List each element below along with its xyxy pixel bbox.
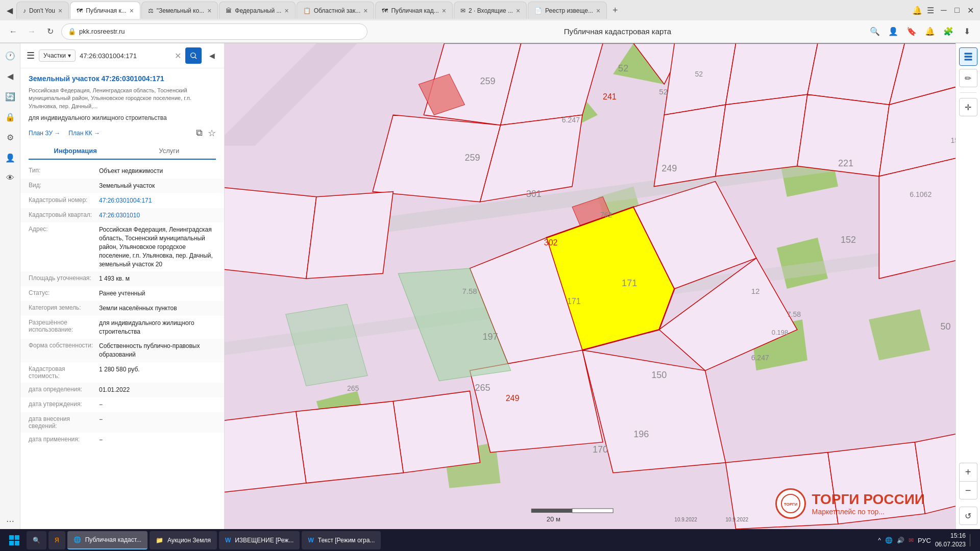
volume-icon[interactable]: 🔊 xyxy=(897,537,904,544)
info-row-date-det: дата определения: 01.01.2022 xyxy=(20,383,224,397)
tab-close[interactable]: × xyxy=(442,7,446,15)
eye-icon[interactable]: 👁 xyxy=(2,170,18,186)
tab-email[interactable]: ✉ 2 · Входящие ... × xyxy=(454,2,527,19)
taskbar-word2[interactable]: W Текст [Режим огра... xyxy=(302,531,381,549)
close-btn[interactable]: ✕ xyxy=(965,5,976,16)
address-input-wrap[interactable]: 🔒 xyxy=(61,23,368,40)
tab-close[interactable]: × xyxy=(596,7,600,15)
tab-public-map[interactable]: 🗺 Публичная к... × xyxy=(70,2,140,19)
settings-icon[interactable]: ⚙ xyxy=(2,129,18,145)
taskbar-auction[interactable]: 📁 Аукцион Земля xyxy=(150,531,217,549)
refresh-button[interactable]: ↻ xyxy=(43,24,57,39)
notifications2-icon[interactable]: 🔔 xyxy=(923,24,937,39)
plan-zu-link[interactable]: План ЗУ → xyxy=(29,130,60,137)
tab-dont-you[interactable]: ♪ Don't You × xyxy=(16,2,69,19)
value-kadkvartal[interactable]: 47:26:0301010 xyxy=(99,211,216,220)
svg-text:50: 50 xyxy=(940,321,950,332)
tab-oblastnoy[interactable]: 📋 Областной зак... × xyxy=(297,2,375,19)
back-button[interactable]: ← xyxy=(6,24,20,39)
svg-rect-93 xyxy=(15,541,19,545)
tab-close[interactable]: × xyxy=(284,7,288,15)
tab-close[interactable]: × xyxy=(363,7,368,15)
clock-icon[interactable]: 🕐 xyxy=(2,47,18,64)
tab-federal[interactable]: 🏛 Федеральный ... × xyxy=(219,2,295,19)
email-icon[interactable]: ✉ xyxy=(909,537,914,544)
word-icon2: W xyxy=(308,537,313,544)
address-input[interactable] xyxy=(79,28,361,35)
compass-button[interactable]: ✛ xyxy=(959,98,977,116)
more-icon[interactable]: ⋯ xyxy=(2,513,18,529)
tab-close[interactable]: × xyxy=(207,7,211,15)
maximize-btn[interactable]: □ xyxy=(951,5,963,16)
user-icon[interactable]: 👤 xyxy=(2,149,18,166)
search-input[interactable] xyxy=(80,52,170,60)
notifications-btn[interactable]: 🔔 xyxy=(912,5,923,16)
plan-kk-link[interactable]: План КК → xyxy=(68,130,100,137)
hamburger-icon[interactable]: ☰ xyxy=(27,50,35,61)
tab-publichna2[interactable]: 🗺 Публичная кад... × xyxy=(375,2,453,19)
svg-text:170: 170 xyxy=(593,444,608,455)
search-taskbar-icon: 🔍 xyxy=(33,537,40,544)
forward-button[interactable]: → xyxy=(24,24,39,39)
download-icon[interactable]: ⬇ xyxy=(960,24,974,39)
collapse-panel-button[interactable]: ◀ xyxy=(206,49,218,62)
label-kadnomer: Кадастровый номер: xyxy=(29,196,95,205)
show-desktop-icon[interactable] xyxy=(970,534,972,546)
svg-text:171: 171 xyxy=(622,278,637,288)
lock-icon[interactable]: 🔒 xyxy=(2,109,18,125)
tab-services[interactable]: Услуги xyxy=(122,143,216,159)
svg-marker-42 xyxy=(393,391,480,472)
search-button[interactable] xyxy=(185,47,202,64)
taskbar-public-kadas[interactable]: 🌐 Публичная кадаст... xyxy=(67,531,148,549)
svg-text:265: 265 xyxy=(347,384,359,392)
show-hidden-icon[interactable]: ^ xyxy=(878,537,881,544)
favorite-icon[interactable]: ☆ xyxy=(208,128,216,139)
search-clear-icon[interactable]: ✕ xyxy=(175,51,181,61)
minimize-btn[interactable]: ─ xyxy=(938,5,949,16)
map-area[interactable]: 259 52 241 52 52 6.247 249 221 153 259 3… xyxy=(225,43,955,529)
back-btn[interactable]: ◀ xyxy=(4,5,15,16)
zoom-out-button[interactable]: − xyxy=(959,481,977,499)
tab-close[interactable]: × xyxy=(516,7,520,15)
pencil-button[interactable]: ✏ xyxy=(959,69,977,87)
menu-btn[interactable]: ☰ xyxy=(925,5,936,16)
value-kadnomer[interactable]: 47:26:0301004:171 xyxy=(99,196,216,205)
tab-zemelny[interactable]: ⚖ "Земельный ко... × xyxy=(141,2,218,19)
tab-close[interactable]: × xyxy=(58,7,62,15)
watermark-subtitle: Маркетплейс по тор... xyxy=(812,508,925,516)
account-icon[interactable]: 👤 xyxy=(886,24,900,39)
value-permitted: для индивидуального жилищного строительс… xyxy=(99,319,216,336)
svg-text:6.247: 6.247 xyxy=(751,354,769,362)
taskbar-yandex[interactable]: Я xyxy=(48,531,65,549)
new-tab-button[interactable]: + xyxy=(608,3,622,17)
tab-close[interactable]: × xyxy=(130,7,134,15)
tab-label: Федеральный ... xyxy=(235,7,281,14)
taskbar-search[interactable]: 🔍 xyxy=(27,531,46,549)
info-table: Тип: Объект недвижимости Вид: Земельный … xyxy=(20,160,224,529)
network-icon[interactable]: 🌐 xyxy=(885,537,893,544)
start-button[interactable] xyxy=(4,530,24,550)
taskbar-word1[interactable]: W ИЗВЕЩЕНИЕ [Реж... xyxy=(219,531,300,549)
search-icon[interactable]: 🔍 xyxy=(868,24,882,39)
zoom-in-button[interactable]: + xyxy=(959,463,977,481)
svg-line-1 xyxy=(195,57,197,59)
layers-button[interactable] xyxy=(959,47,977,66)
bookmark-icon[interactable]: 🔖 xyxy=(904,24,919,39)
back-icon[interactable]: ◀ xyxy=(2,68,18,84)
tab-information[interactable]: Информация xyxy=(29,143,122,160)
lang-icon[interactable]: РУС xyxy=(918,537,931,544)
tab-label: Don't You xyxy=(29,7,55,14)
extensions-icon[interactable]: 🧩 xyxy=(941,24,955,39)
tab-label: Публичная кад... xyxy=(391,7,438,14)
browser-chrome: ◀ ♪ Don't You × 🗺 Публичная к... × ⚖ "Зе… xyxy=(0,0,980,43)
rotate-button[interactable]: ↺ xyxy=(959,507,977,525)
info-row-date-apply: дата применения: − xyxy=(20,433,224,447)
parcel-heading: Земельный участок 47:26:0301004:171 xyxy=(29,74,216,83)
tab-reestr[interactable]: 📄 Реестр извеще... × xyxy=(528,2,607,19)
copy-icon[interactable]: ⧉ xyxy=(196,128,203,139)
tab-label: "Земельный ко... xyxy=(157,7,204,14)
search-type-select[interactable]: Участки ▾ xyxy=(39,49,76,62)
svg-text:7.58: 7.58 xyxy=(787,310,801,318)
lock-icon: 🔒 xyxy=(68,28,76,35)
refresh-icon[interactable]: 🔄 xyxy=(2,88,18,105)
